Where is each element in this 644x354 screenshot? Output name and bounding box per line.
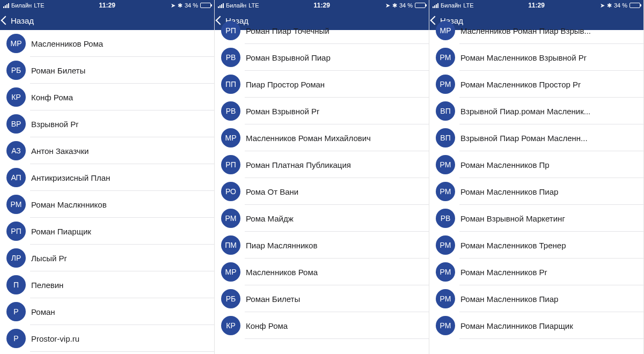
contact-name: Роман Масленников Простор Pr — [460, 80, 643, 89]
contact-row[interactable]: КРКонф Рома — [0, 84, 214, 110]
contact-row[interactable]: РМРоман Масленников Pr — [429, 259, 643, 285]
network-label: LTE — [34, 2, 44, 9]
contact-name: Конф Рома — [246, 321, 429, 330]
contact-row[interactable]: РМРоман Масленников Пиар — [429, 178, 643, 205]
contact-row[interactable]: ВПВзрывной Пиар.роман Масленик... — [429, 98, 643, 124]
contact-row[interactable]: РПРоман Пиар Точечный — [215, 17, 429, 44]
contact-row[interactable]: МРМасленников Рома — [215, 259, 429, 285]
contact-row[interactable]: ППелевин — [0, 271, 214, 298]
avatar: МР — [6, 34, 26, 53]
avatar: ВП — [436, 128, 455, 148]
signal-icon — [3, 3, 9, 8]
avatar: КР — [6, 87, 26, 107]
contact-name: Prostor-vip.ru — [31, 334, 214, 343]
contact-name: Роман Масленников Взрывной Pr — [460, 53, 643, 62]
contact-row[interactable]: РВРоман Взрывной Pr — [215, 98, 429, 124]
avatar: РВ — [436, 209, 455, 228]
contact-name: Рома От Вани — [246, 187, 429, 196]
avatar: РМ — [436, 235, 455, 255]
contact-row[interactable]: РProstor-vip.ru — [0, 325, 214, 352]
avatar: РМ — [436, 75, 455, 94]
contact-name: Роман Масленников Пиар — [460, 294, 643, 304]
contact-row[interactable]: МРМасленников Роман Пиар Взрыв... — [429, 17, 643, 44]
contact-list[interactable]: МРМасленников РомаРБРоман БилетыКРКонф Р… — [0, 30, 214, 352]
battery-icon — [630, 3, 640, 8]
contact-row[interactable]: РБРоман Билеты — [215, 285, 429, 312]
status-bar: Билайн LTE 11:29 ➤ ✱ 34 % — [0, 0, 214, 11]
avatar: ВР — [6, 114, 26, 134]
avatar: РМ — [6, 195, 26, 214]
contact-row[interactable]: ПМПиар Маслянников — [215, 232, 429, 259]
contact-name: Масленников Рома — [31, 39, 214, 48]
contact-row[interactable]: РМРоман Маслкнников — [0, 191, 214, 218]
battery-pct: 34 % — [399, 2, 413, 9]
contact-row[interactable]: РБРоман Билеты — [0, 57, 214, 84]
contact-name: Роман Масленников Пр — [460, 160, 643, 169]
contact-list[interactable]: РПРоман Пиар ТочечныйРВРоман Взрывной Пи… — [215, 17, 429, 339]
carrier-label: Билайн — [226, 2, 246, 9]
phone-screen-3: Билайн LTE 11:29 ➤ ✱ 34 % Назад МРМаслен… — [429, 0, 644, 354]
contact-row[interactable]: РМРоман Масленников Взрывной Pr — [429, 44, 643, 71]
contact-name: Роман Масленников Pr — [460, 268, 643, 277]
contact-row[interactable]: РОРома От Вани — [215, 178, 429, 205]
bluetooth-icon: ✱ — [178, 2, 182, 9]
avatar: МР — [436, 21, 455, 40]
signal-icon — [433, 3, 438, 8]
network-label: LTE — [248, 2, 259, 9]
avatar: РВ — [221, 101, 240, 121]
carrier-label: Билайн — [441, 2, 461, 9]
avatar: КР — [221, 316, 240, 335]
contact-name: Роман Взрывной Pr — [246, 107, 429, 116]
battery-pct: 34 % — [185, 2, 198, 9]
contact-name: Роман Маслкнников — [31, 200, 214, 209]
contact-row[interactable]: РМРома Майдж — [215, 205, 429, 232]
contact-name: Рома Майдж — [246, 214, 429, 223]
contact-row[interactable]: РМРоман Маслинников Пиарщик — [429, 312, 643, 339]
contact-row[interactable]: АЗАнтон Заказчки — [0, 137, 214, 164]
contact-row[interactable]: РВРоман Взрывной Маркетинг — [429, 205, 643, 232]
signal-icon — [218, 3, 224, 8]
network-label: LTE — [463, 2, 473, 9]
contact-row[interactable]: КРКонф Рома — [215, 312, 429, 339]
avatar: АП — [6, 168, 26, 187]
contact-row[interactable]: ВПВзрывной Пиар Роман Масленн... — [429, 124, 643, 151]
contact-name: Пиар Маслянников — [246, 241, 429, 250]
contact-row[interactable]: РМРоман Масленников Тренер — [429, 232, 643, 259]
contact-row[interactable]: РМРоман Масленников Пиар — [429, 285, 643, 312]
avatar: РМ — [436, 289, 455, 308]
avatar: ПП — [221, 75, 240, 94]
contact-name: Пелевин — [31, 281, 214, 290]
avatar: РМ — [436, 155, 455, 174]
contact-row[interactable]: РРоман — [0, 298, 214, 325]
contact-name: Пиар Простор Роман — [246, 80, 429, 89]
avatar: РП — [6, 222, 26, 241]
contact-list[interactable]: МРМасленников Роман Пиар Взрыв...РМРоман… — [429, 17, 643, 339]
bluetooth-icon: ✱ — [392, 2, 397, 9]
contact-row[interactable]: РПРоман Пиарщик — [0, 218, 214, 245]
contact-row[interactable]: РПРоман Платная Публикация — [215, 151, 429, 178]
contact-row[interactable]: ЛРЛысый Pr — [0, 245, 214, 271]
avatar: РБ — [6, 61, 26, 80]
avatar: МР — [221, 128, 240, 148]
contact-row[interactable]: РМРоман Масленников Простор Pr — [429, 71, 643, 98]
contact-name: Взрывной Pr — [31, 120, 214, 129]
contact-row[interactable]: РМРоман Масленников Пр — [429, 151, 643, 178]
contact-name: Масленников Роман Пиар Взрыв... — [460, 26, 643, 35]
contact-name: Роман — [31, 307, 214, 316]
avatar: Р — [6, 329, 26, 348]
clock: 11:29 — [99, 2, 115, 9]
location-icon: ➤ — [171, 2, 175, 9]
contact-row[interactable]: АПАнтикризисный План — [0, 164, 214, 191]
contact-row[interactable]: РВРоман Взрывной Пиар — [215, 44, 429, 71]
contact-row[interactable]: ПППиар Простор Роман — [215, 71, 429, 98]
contact-name: Масленников Роман Михайлович — [246, 134, 429, 143]
nav-bar: Назад — [0, 11, 214, 30]
back-button[interactable]: Назад — [2, 16, 34, 25]
status-bar: Билайн LTE 11:29 ➤ ✱ 34 % — [429, 0, 643, 11]
contact-row[interactable]: ВРВзрывной Pr — [0, 110, 214, 137]
contact-name: Взрывной Пиар.роман Масленик... — [460, 107, 643, 116]
contact-row[interactable]: МРМасленников Рома — [0, 30, 214, 57]
bluetooth-icon: ✱ — [607, 2, 612, 9]
contact-row[interactable]: МРМасленников Роман Михайлович — [215, 124, 429, 151]
avatar: ЛР — [6, 248, 26, 268]
